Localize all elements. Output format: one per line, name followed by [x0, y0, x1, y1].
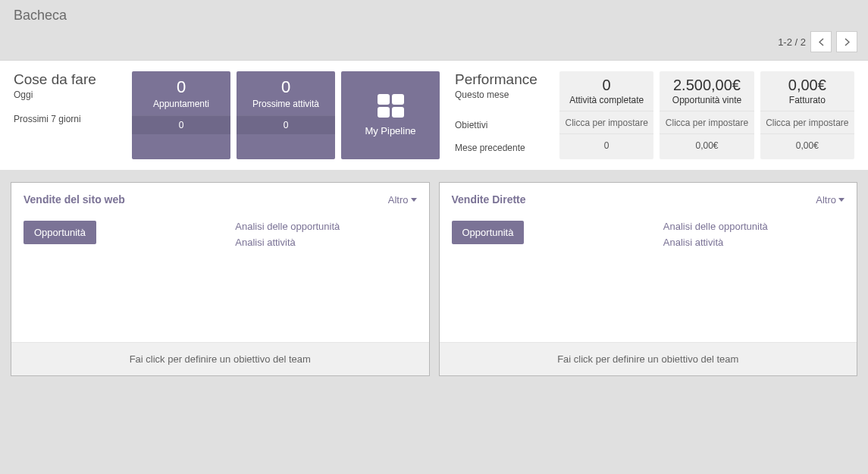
- panel-title: Vendite Dirette: [452, 193, 526, 206]
- card-top[interactable]: 0 Attività completate: [559, 71, 653, 111]
- tile-my-pipeline[interactable]: My Pipeline: [341, 71, 440, 159]
- card-top[interactable]: 2.500,00€ Opportunità vinte: [660, 71, 754, 111]
- card-value: 0: [564, 77, 649, 94]
- performance-cards: 0 Attività completate Clicca per imposta…: [559, 71, 854, 159]
- card-prev-value: 0,00€: [660, 134, 754, 157]
- panel-left: Opportunità: [24, 221, 220, 334]
- tile-appointments[interactable]: 0 Appuntamenti 0: [132, 71, 230, 159]
- todo-section: Cose da fare Oggi Prossimi 7 giorni: [14, 71, 120, 159]
- card-label: Attività completate: [564, 95, 649, 105]
- panel-right: Analisi delle opportunità Analisi attivi…: [663, 221, 844, 334]
- prev-month-label: Mese precedente: [455, 137, 553, 159]
- panel-body: Opportunità Analisi delle opportunità An…: [440, 213, 857, 342]
- tile-next7: 0: [237, 115, 335, 134]
- page-header: Bacheca: [0, 0, 868, 28]
- performance-section: Performance Questo mese Obiettivi Mese p…: [455, 71, 854, 159]
- todo-heading: Cose da fare: [14, 71, 120, 88]
- panel-body: Opportunità Analisi delle opportunità An…: [11, 213, 429, 342]
- performance-sub: Questo mese: [455, 89, 553, 100]
- grid-icon: [378, 94, 404, 118]
- card-completed-activities: 0 Attività completate Clicca per imposta…: [559, 71, 653, 159]
- panel-right: Analisi delle opportunità Analisi attivi…: [235, 221, 416, 334]
- performance-heading: Performance: [455, 71, 553, 88]
- card-value: 0,00€: [765, 77, 850, 94]
- tile-label: Prossime attività: [241, 99, 331, 109]
- panel-website-sales: Vendite del sito web Altro Opportunità A…: [11, 182, 430, 376]
- panel-more-menu[interactable]: Altro: [388, 194, 417, 206]
- panel-direct-sales: Vendite Dirette Altro Opportunità Analis…: [439, 182, 858, 376]
- page-title: Bacheca: [14, 8, 854, 24]
- panel-left: Opportunità: [452, 221, 648, 334]
- link-activity-analysis[interactable]: Analisi attività: [663, 237, 844, 248]
- pager-counter: 1-2 / 2: [778, 36, 806, 48]
- panel-set-goal[interactable]: Fai click per definire un obiettivo del …: [440, 342, 857, 375]
- tile-top: 0 Appuntamenti: [132, 71, 230, 115]
- panel-title: Vendite del sito web: [24, 193, 125, 206]
- panel-header: Vendite del sito web Altro: [11, 183, 429, 213]
- content: Cose da fare Oggi Prossimi 7 giorni 0 Ap…: [0, 60, 868, 170]
- card-invoiced: 0,00€ Fatturato Clicca per impostare 0,0…: [760, 71, 854, 159]
- card-prev-value: 0: [559, 134, 653, 157]
- card-opportunities-won: 2.500,00€ Opportunità vinte Clicca per i…: [660, 71, 754, 159]
- performance-labels: Performance Questo mese Obiettivi Mese p…: [455, 71, 553, 159]
- panel-more-menu[interactable]: Altro: [816, 194, 844, 206]
- caret-down-icon: [411, 198, 417, 202]
- panel-set-goal[interactable]: Fai click per definire un obiettivo del …: [11, 342, 429, 375]
- goals-label: Obiettivi: [455, 114, 553, 137]
- todo-next7-label: Prossimi 7 giorni: [14, 114, 120, 124]
- link-activity-analysis[interactable]: Analisi attività: [235, 237, 416, 248]
- caret-down-icon: [838, 198, 844, 202]
- team-panels: Vendite del sito web Altro Opportunità A…: [0, 170, 868, 388]
- card-label: Fatturato: [765, 95, 850, 105]
- todo-tiles: 0 Appuntamenti 0 0 Prossime attività 0 M…: [132, 71, 440, 159]
- tile-value: 0: [241, 77, 331, 97]
- pager: 1-2 / 2: [0, 28, 868, 60]
- chevron-right-icon: [844, 38, 850, 46]
- chevron-left-icon: [819, 38, 824, 46]
- tile-label: My Pipeline: [365, 125, 415, 137]
- link-opportunity-analysis[interactable]: Analisi delle opportunità: [663, 221, 844, 232]
- opportunities-button[interactable]: Opportunità: [24, 221, 96, 244]
- card-set-goal[interactable]: Clicca per impostare: [660, 111, 754, 134]
- card-prev-value: 0,00€: [760, 134, 854, 157]
- card-top[interactable]: 0,00€ Fatturato: [760, 71, 854, 111]
- link-opportunity-analysis[interactable]: Analisi delle opportunità: [235, 221, 416, 232]
- opportunities-button[interactable]: Opportunità: [452, 221, 525, 244]
- tile-next-activities[interactable]: 0 Prossime attività 0: [237, 71, 335, 159]
- pager-prev-button[interactable]: [810, 31, 832, 52]
- panel-header: Vendite Dirette Altro: [440, 183, 857, 213]
- panel-more-label: Altro: [388, 194, 409, 206]
- pager-next-button[interactable]: [836, 31, 857, 52]
- tile-value: 0: [136, 77, 226, 97]
- card-set-goal[interactable]: Clicca per impostare: [559, 111, 653, 134]
- top-row: Cose da fare Oggi Prossimi 7 giorni 0 Ap…: [14, 71, 854, 159]
- tile-label: Appuntamenti: [136, 99, 226, 109]
- card-label: Opportunità vinte: [664, 95, 749, 105]
- todo-today-label: Oggi: [14, 89, 120, 100]
- tile-top: 0 Prossime attività: [237, 71, 335, 115]
- panel-more-label: Altro: [816, 194, 836, 206]
- card-set-goal[interactable]: Clicca per impostare: [760, 111, 854, 134]
- tile-next7: 0: [132, 115, 230, 134]
- card-value: 2.500,00€: [664, 77, 749, 94]
